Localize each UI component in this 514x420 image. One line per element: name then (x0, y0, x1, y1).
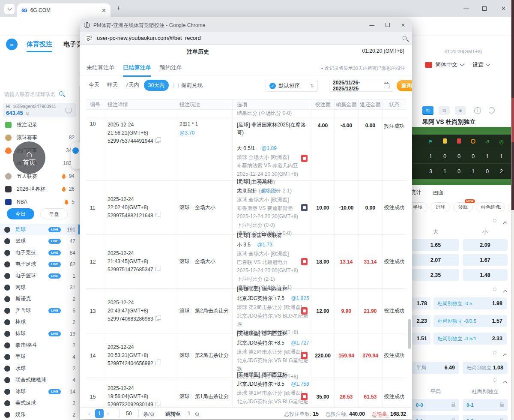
window-maximize-button[interactable] (482, 6, 487, 12)
sidebar-sport-item[interactable]: 手球 4 (0, 351, 80, 363)
record-tab[interactable]: 预约注单 (160, 64, 182, 75)
sidebar-menu-item[interactable]: 五大联赛 94 (0, 170, 80, 183)
prev-page-button[interactable]: ‹ (88, 411, 90, 417)
under-odds-button[interactable]: 2.09 (463, 239, 508, 251)
away-handicap-odds-button[interactable]: 杜尚别独立 -0.5/1 2.33 (433, 333, 507, 345)
collapse-icon[interactable] (503, 354, 508, 358)
sidebar-menu-item[interactable]: 2026-世界杯 26 (0, 183, 80, 195)
pin-icon[interactable] (493, 351, 496, 354)
over-odds-button[interactable]: 2.07 (412, 254, 459, 266)
refresh-icon[interactable] (488, 107, 495, 114)
sidebar-sport-item[interactable]: 网球 31 (0, 282, 80, 293)
sidebar-sport-item[interactable]: 篮球 LIVE 47 (0, 235, 80, 247)
current-page-button[interactable]: 1 (95, 409, 104, 418)
market-pill[interactable]: 进球 (430, 202, 450, 212)
sidebar-sport-item[interactable]: 足球 LIVE 191 (0, 224, 80, 235)
site-settings-icon[interactable] (85, 34, 93, 42)
window-minimize-button[interactable]: — (463, 5, 469, 12)
floating-widget-handle[interactable] (71, 142, 81, 169)
quick-range-button[interactable]: 7天内 (126, 81, 139, 89)
pin-icon[interactable] (493, 378, 496, 382)
sidebar-menu-item[interactable]: 滚球赛事 82 (0, 131, 80, 144)
today-tab[interactable]: 今日 (7, 208, 34, 219)
copy-icon[interactable] (155, 402, 159, 406)
pin-icon[interactable] (493, 288, 496, 291)
stream-icon[interactable] (301, 204, 308, 211)
stream-icon[interactable] (301, 155, 308, 162)
nav-sports-betting[interactable]: 体育投注 (27, 40, 52, 52)
copy-icon[interactable] (155, 213, 159, 217)
window-close-button[interactable]: ✕ (501, 5, 506, 12)
popup-title-bar[interactable]: PM体育-亚洲在线体育竞猜投注 - Google Chrome — ✕ (80, 19, 412, 32)
sidebar-menu-item[interactable]: 投注记录 (0, 118, 80, 131)
sidebar-sport-item[interactable]: 电子篮球 LIVE 1 (0, 270, 80, 282)
magnifier-icon[interactable] (403, 36, 407, 40)
collapse-icon[interactable] (503, 222, 508, 226)
stream-icon[interactable] (301, 258, 308, 265)
tab-screen[interactable]: 画面 (433, 189, 444, 196)
search-icon[interactable] (59, 91, 63, 96)
cashout-checkbox[interactable] (173, 83, 179, 88)
quick-range-button[interactable]: 昨天 (107, 81, 118, 89)
draw-odds-button[interactable]: 平局 6.49 (412, 362, 459, 374)
copy-icon[interactable] (155, 316, 159, 321)
sidebar-sport-item[interactable]: 水球 2 (0, 363, 80, 374)
score-odds-button[interactable]: 0-2 (463, 415, 508, 420)
copy-icon[interactable] (155, 267, 159, 271)
quick-range-button[interactable]: 今天 (89, 81, 99, 89)
popup-minimize-button[interactable]: — (369, 22, 374, 28)
collapse-icon[interactable] (503, 381, 508, 385)
language-selector[interactable]: 简体中文 (435, 61, 457, 69)
video-tab[interactable]: ◉ (455, 106, 466, 115)
sidebar-sport-item[interactable]: 斯诺克 2 (0, 293, 80, 305)
sidebar-sport-item[interactable]: 娱乐 2 (0, 409, 80, 420)
sidebar-sport-item[interactable]: 美式足球 2 (0, 397, 80, 409)
pin-icon[interactable] (493, 219, 496, 222)
query-button[interactable]: 查询 (397, 80, 412, 91)
away-handicap-odds-button[interactable]: 杜尚别独立 -0/0.5 1.57 (433, 315, 507, 327)
next-page-button[interactable]: › (107, 411, 109, 417)
odds-board-tab[interactable]: 01 (422, 106, 433, 115)
popup-scrollbar[interactable] (408, 319, 411, 349)
collapse-icon[interactable] (503, 290, 508, 294)
popup-maximize-button[interactable] (386, 22, 390, 28)
over-odds-button[interactable]: 1.65 (412, 239, 459, 251)
home-floating-button[interactable]: ⌂ 首页 (13, 141, 45, 174)
early-market-tab[interactable]: 早盘 (40, 208, 68, 219)
sort-select[interactable]: ✓ 默认排序 ⇅ (266, 80, 318, 92)
sidebar-sport-item[interactable]: 冰球 LIVE 14 (0, 386, 80, 397)
browser-tab[interactable]: 6G 6G.COM ✕ (17, 3, 111, 17)
score-odds-button[interactable]: 1-1 (412, 415, 459, 420)
popup-address-bar[interactable]: user-pc-new.youbaokun.com/#/bet_record (80, 32, 412, 45)
date-range-picker[interactable]: 2025/11/26-2025/12/25 (329, 80, 393, 92)
info-icon[interactable]: i (474, 107, 481, 114)
under-odds-button[interactable]: 1.67 (463, 254, 508, 266)
popup-close-button[interactable]: ✕ (401, 22, 405, 28)
sidebar-sport-item[interactable]: 联合式橄榄球 4 (0, 374, 80, 386)
score-odds-button[interactable]: 0-1 (463, 399, 508, 411)
sidebar-sport-item[interactable]: 排球 LIVE 19 (0, 328, 80, 339)
new-tab-button[interactable]: + (117, 4, 121, 12)
sidebar-sport-item[interactable]: 乒乓球 LIVE 5 (0, 305, 80, 316)
tab-close-icon[interactable]: ✕ (102, 7, 106, 14)
stream-icon[interactable] (301, 352, 308, 359)
team-odds-button[interactable]: 杜尚别独立 1.08 (463, 362, 508, 374)
sidebar-sport-item[interactable]: 拳击/格斗 2 (0, 339, 80, 351)
settings-menu[interactable]: 设置 (472, 61, 484, 69)
stream-icon[interactable] (301, 307, 308, 315)
away-handicap-odds-button[interactable]: 杜尚别独立 -0.5 1.98 (433, 297, 507, 309)
hamburger-menu-icon[interactable]: ≡ (6, 39, 18, 50)
sidebar-sport-item[interactable]: 电子竞技 LIVE 84 (0, 247, 80, 258)
record-tab[interactable]: 未结算注单 (87, 64, 114, 75)
copy-icon[interactable] (155, 138, 159, 143)
quick-range-button[interactable]: 30天内 (144, 80, 169, 91)
score-odds-button[interactable]: 0-0 (412, 399, 459, 411)
under-odds-button[interactable]: 1.48 (463, 269, 508, 281)
page-size-input[interactable] (119, 409, 139, 418)
copy-icon[interactable] (155, 361, 159, 365)
stats-board-tab[interactable]: ▤ (439, 106, 450, 115)
record-tab[interactable]: 已结算注单 (123, 64, 151, 77)
tab-search-button[interactable] (4, 4, 15, 14)
sidebar-sport-item[interactable]: 电子足球 LIVE 62 (0, 258, 80, 270)
refresh-balance-icon[interactable] (65, 107, 72, 114)
